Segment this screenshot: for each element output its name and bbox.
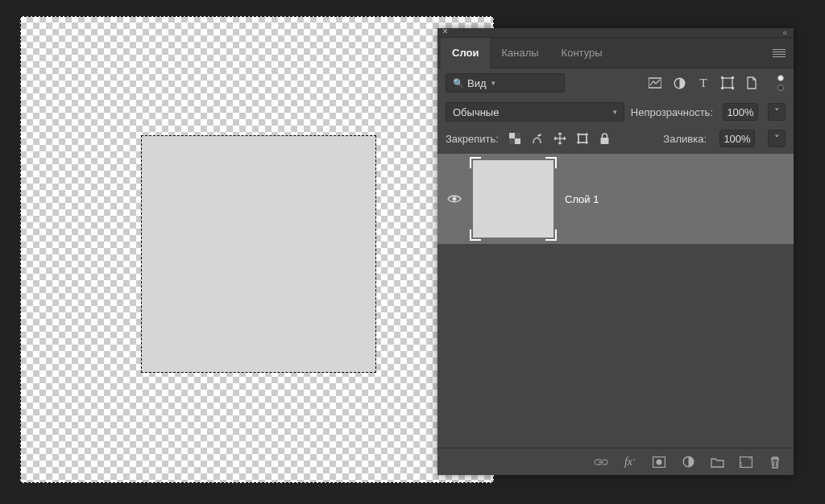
- svg-rect-8: [515, 138, 520, 144]
- filter-adjustment-icon[interactable]: [673, 76, 686, 89]
- visibility-eye-icon[interactable]: [447, 194, 462, 204]
- new-group-icon[interactable]: [710, 455, 724, 469]
- search-icon: 🔍: [453, 78, 464, 89]
- lock-image-icon[interactable]: [531, 132, 544, 145]
- filter-shape-icon[interactable]: [721, 76, 734, 89]
- svg-rect-4: [732, 76, 734, 79]
- lock-fill-row: Закрепить: Заливка: 100% ˅: [437, 126, 794, 154]
- filter-type-icon[interactable]: T: [697, 76, 710, 89]
- layer-style-icon[interactable]: fx ˅: [623, 455, 637, 469]
- svg-rect-3: [721, 76, 723, 79]
- collapse-icon[interactable]: «: [782, 28, 787, 37]
- chevron-down-icon: ▾: [613, 108, 617, 116]
- layer-list: Слой 1: [437, 154, 794, 448]
- chevron-down-icon: ▾: [491, 79, 495, 87]
- svg-rect-11: [578, 134, 587, 143]
- lock-transparency-icon[interactable]: [508, 132, 521, 145]
- layer-thumbnail[interactable]: [473, 160, 553, 238]
- opacity-dropdown[interactable]: ˅: [768, 103, 786, 121]
- fill-label: Заливка:: [663, 133, 707, 145]
- panel-titlebar[interactable]: × «: [437, 28, 794, 38]
- svg-rect-2: [723, 78, 732, 88]
- delete-layer-icon[interactable]: [768, 455, 782, 469]
- blend-mode-label: Обычные: [453, 106, 499, 118]
- tab-layers[interactable]: Слои: [441, 38, 490, 68]
- panel-tabs: Слои Каналы Контуры: [437, 38, 794, 68]
- layer-name[interactable]: Слой 1: [565, 193, 599, 205]
- new-adjustment-icon[interactable]: [681, 455, 695, 469]
- layers-panel: × « Слои Каналы Контуры 🔍 Вид ▾ T: [437, 28, 794, 475]
- canvas-area[interactable]: [20, 16, 494, 483]
- tab-channels[interactable]: Каналы: [490, 38, 549, 68]
- lock-position-icon[interactable]: [553, 132, 566, 145]
- layer-row[interactable]: Слой 1: [437, 154, 794, 244]
- new-layer-icon[interactable]: [739, 455, 753, 469]
- filter-row: 🔍 Вид ▾ T: [437, 68, 794, 97]
- blend-opacity-row: Обычные ▾ Непрозрачность: 100% ˅: [437, 97, 794, 126]
- lock-label: Закрепить:: [446, 133, 499, 145]
- fill-value[interactable]: 100%: [719, 130, 755, 147]
- svg-rect-7: [509, 133, 515, 138]
- svg-rect-10: [509, 138, 515, 144]
- opacity-label: Непрозрачность:: [631, 106, 713, 118]
- tab-paths[interactable]: Контуры: [550, 38, 614, 68]
- add-mask-icon[interactable]: [652, 455, 666, 469]
- svg-rect-6: [732, 87, 734, 89]
- blend-mode-select[interactable]: Обычные ▾: [446, 102, 624, 122]
- layer-type-select-label: Вид: [467, 77, 487, 89]
- panel-menu-icon[interactable]: [773, 48, 786, 59]
- svg-point-19: [657, 459, 662, 465]
- layer-type-select[interactable]: 🔍 Вид ▾: [446, 73, 565, 93]
- close-icon[interactable]: ×: [442, 26, 448, 37]
- svg-rect-5: [721, 87, 723, 89]
- link-layers-icon[interactable]: [594, 455, 608, 469]
- panel-footer: fx ˅: [437, 448, 794, 475]
- lock-all-icon[interactable]: [599, 132, 611, 145]
- svg-rect-16: [601, 138, 609, 144]
- filter-toggle[interactable]: [777, 75, 786, 91]
- filter-pixel-icon[interactable]: [649, 76, 661, 89]
- svg-rect-9: [515, 133, 520, 138]
- opacity-value[interactable]: 100%: [723, 103, 758, 121]
- svg-point-17: [453, 197, 457, 201]
- canvas-selection-rect[interactable]: [141, 135, 376, 373]
- filter-smartobject-icon[interactable]: [745, 76, 758, 89]
- fill-dropdown[interactable]: ˅: [768, 130, 786, 147]
- lock-artboard-icon[interactable]: [576, 132, 589, 145]
